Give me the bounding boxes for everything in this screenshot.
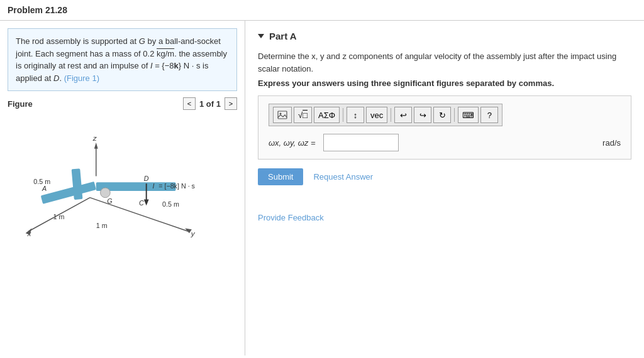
svg-text:G: G xyxy=(107,197,112,205)
svg-marker-17 xyxy=(144,200,149,206)
figure-next-btn[interactable]: > xyxy=(225,97,237,110)
toolbar-help-btn[interactable]: ? xyxy=(480,107,498,123)
answer-input[interactable] xyxy=(323,134,399,151)
svg-text:= [−8k] N · s: = [−8k] N · s xyxy=(158,182,195,190)
toolbar-updown-btn[interactable]: ↕ xyxy=(347,107,364,123)
unit-label: rad/s xyxy=(602,138,621,148)
part-header: Part A xyxy=(258,31,631,41)
figure-prev-btn[interactable]: < xyxy=(183,97,196,110)
answer-box: √□ AΣΦ ↕ vec ↩ ↪ ↻ ⌨ ? ωx, ωy, ωz = rad/… xyxy=(258,95,631,160)
svg-text:I: I xyxy=(152,182,154,190)
figure-diagram: x y z G xyxy=(8,115,221,237)
svg-point-12 xyxy=(101,188,111,198)
problem-description: The rod assembly is supported at G by a … xyxy=(8,28,237,91)
svg-text:z: z xyxy=(92,134,97,142)
part-label: Part A xyxy=(269,31,297,41)
svg-marker-4 xyxy=(94,143,98,149)
svg-text:C: C xyxy=(139,199,144,207)
action-row: Submit Request Answer xyxy=(258,168,631,185)
svg-point-26 xyxy=(280,113,282,115)
svg-text:1 m: 1 m xyxy=(53,213,64,220)
toolbar-sqrt-btn[interactable]: √□ xyxy=(294,107,312,123)
figure-header: Figure < 1 of 1 > xyxy=(8,97,237,110)
svg-text:D: D xyxy=(144,175,149,182)
toolbar-separator-3 xyxy=(454,108,455,122)
math-toolbar: √□ AΣΦ ↕ vec ↩ ↪ ↻ ⌨ ? xyxy=(269,104,502,126)
svg-rect-25 xyxy=(278,111,287,119)
figure-page: 1 of 1 xyxy=(199,99,221,109)
main-layout: The rod assembly is supported at G by a … xyxy=(0,21,644,355)
toolbar-vec-btn[interactable]: vec xyxy=(366,107,387,123)
figure-nav: < 1 of 1 > xyxy=(183,97,237,110)
svg-text:0.5 m: 0.5 m xyxy=(33,178,50,185)
svg-text:0.5 m: 0.5 m xyxy=(162,200,179,208)
figure-section: Figure < 1 of 1 > x y z xyxy=(8,97,237,348)
right-panel: Part A Determine the x, y and z componen… xyxy=(245,21,644,355)
instruction-text: Express your answers using three signifi… xyxy=(258,79,554,88)
figure-label: Figure xyxy=(8,99,33,109)
input-row-container: ωx, ωy, ωz = rad/s xyxy=(269,134,621,151)
svg-text:1 m: 1 m xyxy=(96,222,108,229)
problem-text: The rod assembly is supported at G by a … xyxy=(16,36,227,83)
left-panel: The rod assembly is supported at G by a … xyxy=(0,21,245,355)
question-body: Determine the x, y and z components of a… xyxy=(258,52,616,73)
toolbar-separator-2 xyxy=(391,108,391,122)
feedback-section: Provide Feedback xyxy=(258,200,631,222)
request-answer-link[interactable]: Request Answer xyxy=(313,172,373,182)
toolbar-keyboard-btn[interactable]: ⌨ xyxy=(458,107,479,123)
collapse-icon[interactable] xyxy=(258,34,264,38)
toolbar-undo-btn[interactable]: ↩ xyxy=(394,107,412,123)
feedback-link[interactable]: Provide Feedback xyxy=(258,213,324,222)
title-text: Problem 21.28 xyxy=(8,5,67,15)
question-instruction: Express your answers using three signifi… xyxy=(258,79,631,88)
page-title: Problem 21.28 xyxy=(0,0,644,21)
input-row: ωx, ωy, ωz = rad/s xyxy=(269,134,621,151)
toolbar-symbol-btn[interactable]: AΣΦ xyxy=(314,107,340,123)
svg-text:y: y xyxy=(191,229,196,237)
input-label: ωx, ωy, ωz = xyxy=(269,138,316,148)
submit-button[interactable]: Submit xyxy=(258,168,303,185)
svg-text:A: A xyxy=(42,185,47,192)
question-text: Determine the x, y and z components of a… xyxy=(258,50,631,75)
toolbar-redo-btn[interactable]: ↪ xyxy=(414,107,431,123)
toolbar-image-btn[interactable] xyxy=(273,107,292,123)
toolbar-refresh-btn[interactable]: ↻ xyxy=(433,107,451,123)
toolbar-separator xyxy=(343,108,343,122)
